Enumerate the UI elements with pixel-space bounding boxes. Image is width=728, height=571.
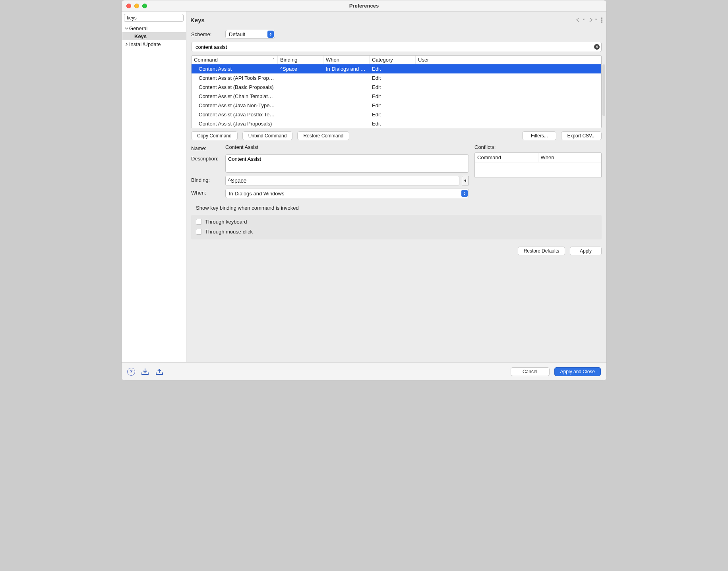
dropdown-stepper-icon: [461, 190, 468, 197]
table-body[interactable]: Content Assist^SpaceIn Dialogs and Windo…: [192, 64, 601, 128]
main-panel: Keys Scheme: Defa: [186, 12, 606, 362]
col-command[interactable]: Command ⌃: [192, 56, 278, 64]
cell-when: In Dialogs and Windows: [323, 66, 370, 72]
tree-item-label: Install/Update: [129, 41, 161, 47]
preference-tree: General Keys Install/Update: [122, 24, 186, 48]
description-label: Description:: [191, 154, 221, 162]
filter-text[interactable]: ✕: [124, 14, 184, 22]
when-label: When:: [191, 189, 221, 196]
scrollbar[interactable]: [602, 64, 605, 116]
apply-button[interactable]: Apply: [570, 247, 602, 255]
chevron-down-icon: [125, 27, 129, 30]
cell-category: Edit: [370, 121, 416, 127]
cell-category: Edit: [370, 93, 416, 99]
cell-command: Content Assist (Chain Template Proposals…: [192, 93, 278, 99]
main-header: Keys: [186, 12, 606, 28]
tree-item-general[interactable]: General: [122, 24, 186, 32]
copy-command-button[interactable]: Copy Command: [191, 131, 238, 140]
chevron-right-icon: [125, 42, 129, 46]
apply-and-close-button[interactable]: Apply and Close: [554, 367, 601, 376]
body: ✕ General Keys Install/Update: [122, 12, 606, 362]
cb-label: Through keyboard: [205, 219, 247, 225]
when-select[interactable]: In Dialogs and Windows: [225, 189, 469, 198]
cell-command: Content Assist (Java Postfix Template Pr…: [192, 112, 278, 118]
col-label: Command: [194, 57, 218, 63]
cell-category: Edit: [370, 75, 416, 81]
col-category[interactable]: Category: [370, 56, 416, 64]
cb-label: Through mouse click: [205, 229, 253, 235]
cell-category: Edit: [370, 102, 416, 108]
search-input[interactable]: [126, 15, 187, 21]
import-icon[interactable]: [141, 368, 149, 376]
conflicts-label: Conflicts:: [474, 144, 602, 150]
checkbox-icon: [196, 219, 202, 225]
conflicts-table: Command When: [474, 152, 602, 178]
overflow-menu-icon[interactable]: [601, 17, 602, 23]
cell-category: Edit: [370, 112, 416, 118]
show-binding-group: Through keyboard Through mouse click: [191, 215, 602, 239]
table-row[interactable]: Content Assist (Java Non-Type ProposalsE…: [192, 101, 601, 110]
command-filter-input[interactable]: [195, 44, 594, 50]
binding-label: Binding:: [191, 176, 221, 183]
col-label: Category: [372, 57, 393, 63]
col-label: User: [418, 57, 429, 63]
cb-through-mouse[interactable]: Through mouse click: [196, 229, 597, 235]
col-label: Binding: [280, 57, 297, 63]
tree-item-label: General: [129, 25, 147, 31]
show-binding-label: Show key binding when command is invoked: [196, 205, 602, 211]
unbind-command-button[interactable]: Unbind Command: [242, 131, 293, 140]
table-row[interactable]: Content Assist^SpaceIn Dialogs and Windo…: [192, 64, 601, 73]
main-content: Scheme: Default ✕ Command ⌃: [186, 28, 606, 362]
binding-field[interactable]: ^Space: [225, 176, 459, 185]
when-value: In Dialogs and Windows: [229, 191, 284, 197]
table-row[interactable]: Content Assist (Java Postfix Template Pr…: [192, 110, 601, 119]
restore-defaults-button[interactable]: Restore Defaults: [518, 247, 565, 255]
scheme-row: Scheme: Default: [191, 30, 602, 39]
checkbox-icon: [196, 229, 202, 235]
scheme-select[interactable]: Default: [225, 30, 275, 39]
binding-dropdown-button[interactable]: [462, 176, 469, 185]
titlebar: Preferences: [122, 0, 606, 12]
export-csv-button[interactable]: Export CSV...: [561, 131, 602, 140]
filters-button[interactable]: Filters...: [522, 131, 556, 140]
clear-icon[interactable]: ✕: [594, 44, 600, 50]
cell-command: Content Assist (Java Non-Type Proposals: [192, 102, 278, 108]
conflicts-col-when[interactable]: When: [538, 153, 602, 162]
conflicts-col-command[interactable]: Command: [475, 153, 538, 162]
table-row[interactable]: Content Assist (Java Proposals)Edit: [192, 119, 601, 128]
nav-forward-button[interactable]: [587, 17, 598, 23]
cell-category: Edit: [370, 66, 416, 72]
detail-section: Name: Content Assist Description: Bindin…: [191, 144, 602, 201]
cancel-button[interactable]: Cancel: [511, 367, 550, 376]
description-field[interactable]: [225, 154, 469, 173]
tree-item-keys[interactable]: Keys: [122, 32, 186, 40]
col-label: When: [326, 57, 339, 63]
sort-asc-icon: ⌃: [272, 58, 275, 62]
help-icon[interactable]: ?: [127, 368, 135, 376]
table-row[interactable]: Content Assist (Chain Template Proposals…: [192, 92, 601, 101]
col-when[interactable]: When: [323, 56, 370, 64]
sidebar: ✕ General Keys Install/Update: [122, 12, 186, 362]
command-filter[interactable]: ✕: [191, 42, 602, 52]
export-icon[interactable]: [155, 368, 164, 376]
name-value: Content Assist: [225, 144, 258, 150]
col-binding[interactable]: Binding: [278, 56, 323, 64]
restore-command-button[interactable]: Restore Command: [297, 131, 349, 140]
cell-binding: ^Space: [278, 66, 323, 72]
tree-item-install-update[interactable]: Install/Update: [122, 40, 186, 48]
cell-category: Edit: [370, 84, 416, 90]
dropdown-stepper-icon: [267, 31, 274, 38]
preferences-window: Preferences ✕ General Keys: [121, 0, 607, 381]
cell-command: Content Assist (API Tools Proposals): [192, 75, 278, 81]
col-label: Command: [477, 154, 501, 160]
cell-command: Content Assist (Java Proposals): [192, 121, 278, 127]
col-user[interactable]: User: [416, 56, 601, 64]
nav-back-button[interactable]: [575, 17, 586, 23]
cb-through-keyboard[interactable]: Through keyboard: [196, 219, 597, 225]
col-label: When: [541, 154, 554, 160]
table-row[interactable]: Content Assist (Basic Proposals)Edit: [192, 83, 601, 92]
defaults-apply-row: Restore Defaults Apply: [191, 243, 602, 255]
table-row[interactable]: Content Assist (API Tools Proposals)Edit: [192, 73, 601, 83]
window-title: Preferences: [122, 3, 606, 9]
tree-item-label: Keys: [134, 33, 147, 39]
